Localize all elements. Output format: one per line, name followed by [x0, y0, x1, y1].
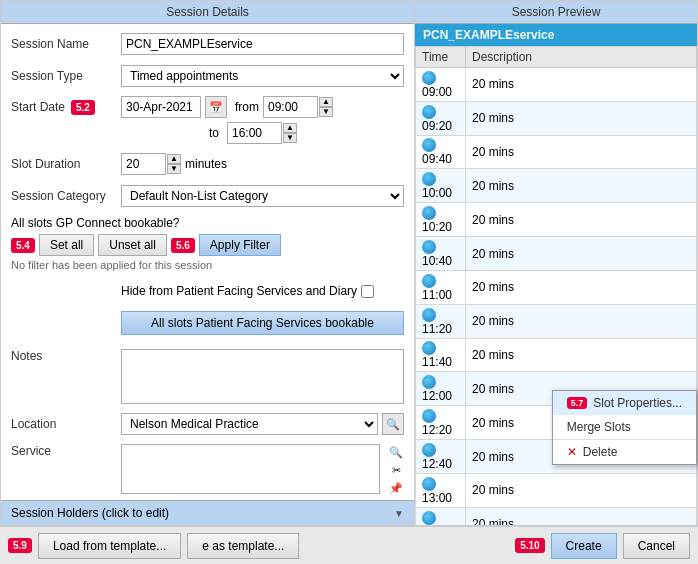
- from-time-wrapper: ▲ ▼: [263, 96, 333, 118]
- calendar-icon[interactable]: 📅: [205, 96, 227, 118]
- delete-icon: ✕: [567, 445, 577, 459]
- globe-icon: [422, 308, 436, 322]
- slot-duration-content: ▲ ▼ minutes: [121, 153, 404, 175]
- session-type-row: Session Type Timed appointments Open app…: [11, 64, 404, 88]
- create-button[interactable]: Create: [551, 533, 617, 559]
- cell-desc: 20 mins: [466, 203, 697, 237]
- table-row[interactable]: 10:2020 mins: [416, 203, 697, 237]
- location-label: Location: [11, 417, 121, 431]
- globe-icon: [422, 409, 436, 423]
- table-row[interactable]: 10:4020 mins: [416, 237, 697, 271]
- cell-time: 10:20: [416, 203, 466, 237]
- bottom-bar: 5.9 Load from template... e as template.…: [0, 526, 698, 564]
- session-holders-expand-icon: ▼: [394, 508, 404, 519]
- session-name-input[interactable]: [121, 33, 404, 55]
- context-menu: 5.7 Slot Properties... Merge Slots ✕ Del…: [552, 390, 697, 465]
- session-holders-bar[interactable]: Session Holders (click to edit) ▼: [1, 500, 414, 525]
- from-time-up[interactable]: ▲: [319, 97, 333, 107]
- cancel-button[interactable]: Cancel: [623, 533, 690, 559]
- cell-time: 11:20: [416, 304, 466, 338]
- service-label: Service: [11, 444, 121, 458]
- badge-57: 5.7: [567, 397, 588, 409]
- table-row[interactable]: 13:2020 mins: [416, 507, 697, 525]
- session-type-select[interactable]: Timed appointments Open appointments Slo…: [121, 65, 404, 87]
- globe-icon: [422, 511, 436, 525]
- right-panel: Session Preview PCN_EXAMPLEservice Time …: [415, 0, 698, 526]
- col-desc: Description: [466, 47, 697, 68]
- slot-duration-row: Slot Duration ▲ ▼ minutes: [11, 152, 404, 176]
- session-holders-label: Session Holders (click to edit): [11, 506, 169, 520]
- globe-icon: [422, 341, 436, 355]
- start-date-row: Start Date 5.2 📅 from ▲ ▼: [11, 96, 404, 144]
- service-pin-icon[interactable]: 📌: [388, 480, 404, 496]
- service-icons: 🔍 ✂ 📌: [388, 444, 404, 496]
- location-row-inner: Nelson Medical Practice 🔍: [121, 413, 404, 435]
- context-menu-merge-slots[interactable]: Merge Slots: [553, 415, 696, 439]
- unset-all-button[interactable]: Unset all: [98, 234, 167, 256]
- cell-time: 13:00: [416, 473, 466, 507]
- slot-duration-up[interactable]: ▲: [167, 154, 181, 164]
- col-time: Time: [416, 47, 466, 68]
- hide-from-content: Hide from Patient Facing Services and Di…: [121, 284, 404, 298]
- set-all-button[interactable]: Set all: [39, 234, 94, 256]
- to-label: to: [209, 126, 219, 140]
- cell-time: 12:40: [416, 440, 466, 474]
- cell-desc: 20 mins: [466, 507, 697, 525]
- cell-time: 10:00: [416, 169, 466, 203]
- hide-from-label: Hide from Patient Facing Services and Di…: [121, 284, 357, 298]
- location-select[interactable]: Nelson Medical Practice: [121, 413, 378, 435]
- service-textarea[interactable]: [121, 444, 380, 494]
- context-menu-slot-properties[interactable]: 5.7 Slot Properties...: [553, 391, 696, 415]
- session-name-label: Session Name: [11, 37, 121, 51]
- left-panel: Session Details Session Name Session Typ…: [0, 0, 415, 526]
- cell-desc: 20 mins: [466, 304, 697, 338]
- slot-duration-unit: minutes: [185, 157, 227, 171]
- session-category-select[interactable]: Default Non-List Category: [121, 185, 404, 207]
- badge-54: 5.4: [11, 238, 35, 253]
- table-row[interactable]: 13:0020 mins: [416, 473, 697, 507]
- location-search-button[interactable]: 🔍: [382, 413, 404, 435]
- start-date-content: 📅 from ▲ ▼: [121, 96, 404, 118]
- all-slots-pfs-button[interactable]: All slots Patient Facing Services bookab…: [121, 311, 404, 335]
- to-time-input[interactable]: [227, 122, 282, 144]
- table-row[interactable]: 09:0020 mins: [416, 68, 697, 102]
- cell-time: 09:40: [416, 135, 466, 169]
- apply-filter-button[interactable]: Apply Filter: [199, 234, 281, 256]
- service-content: 🔍 ✂ 📌: [121, 444, 404, 496]
- notes-textarea[interactable]: [121, 349, 404, 404]
- table-row[interactable]: 11:4020 mins: [416, 338, 697, 372]
- context-menu-slot-properties-label: Slot Properties...: [593, 396, 682, 410]
- slot-duration-input[interactable]: [121, 153, 166, 175]
- save-as-template-button[interactable]: e as template...: [187, 533, 299, 559]
- cell-desc: 20 mins: [466, 68, 697, 102]
- cell-time: 11:40: [416, 338, 466, 372]
- to-time-wrapper: ▲ ▼: [227, 122, 297, 144]
- globe-icon: [422, 105, 436, 119]
- all-slots-pfs-row: All slots Patient Facing Services bookab…: [11, 311, 404, 341]
- preview-title: PCN_EXAMPLEservice: [415, 24, 697, 46]
- table-row[interactable]: 09:4020 mins: [416, 135, 697, 169]
- cell-time: 12:20: [416, 406, 466, 440]
- badge-56a: 5.6: [171, 238, 195, 253]
- to-time-up[interactable]: ▲: [283, 123, 297, 133]
- right-panel-header: Session Preview: [415, 1, 697, 24]
- context-menu-delete[interactable]: ✕ Delete: [553, 440, 696, 464]
- table-row[interactable]: 10:0020 mins: [416, 169, 697, 203]
- start-date-input[interactable]: [121, 96, 201, 118]
- table-row[interactable]: 11:0020 mins: [416, 270, 697, 304]
- from-time-input[interactable]: [263, 96, 318, 118]
- service-cut-icon[interactable]: ✂: [388, 462, 404, 478]
- to-time-down[interactable]: ▼: [283, 133, 297, 143]
- hide-from-checkbox[interactable]: [361, 285, 374, 298]
- form-area: Session Name Session Type Timed appointm…: [1, 24, 414, 500]
- table-row[interactable]: 11:2020 mins: [416, 304, 697, 338]
- from-time-down[interactable]: ▼: [319, 107, 333, 117]
- cell-desc: 20 mins: [466, 237, 697, 271]
- service-search-icon[interactable]: 🔍: [388, 444, 404, 460]
- slot-duration-down[interactable]: ▼: [167, 164, 181, 174]
- load-from-template-button[interactable]: Load from template...: [38, 533, 181, 559]
- notes-label: Notes: [11, 349, 121, 363]
- globe-icon: [422, 443, 436, 457]
- cell-time: 13:20: [416, 507, 466, 525]
- table-row[interactable]: 09:2020 mins: [416, 101, 697, 135]
